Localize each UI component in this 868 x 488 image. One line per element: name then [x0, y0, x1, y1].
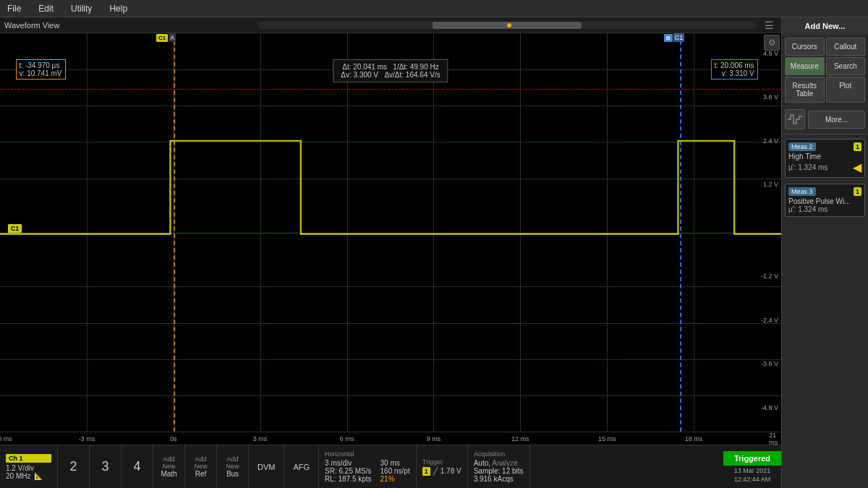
callout-button[interactable]: Callout: [826, 38, 866, 56]
h-pct: 21%: [380, 475, 410, 483]
dvm-button[interactable]: DVM: [249, 445, 284, 488]
rl-label: RL: 187.5 kpts: [325, 475, 371, 483]
add-math-button[interactable]: Add New Math: [153, 445, 185, 488]
total-time: 30 ms: [380, 459, 410, 467]
meas-2-box: Meas 2 1 High Time µ': 1.324 ms ◀: [785, 139, 865, 178]
time-div: 3 ms/div: [325, 459, 371, 467]
acquisition-title: Acquisition: [474, 450, 524, 458]
scroll-position-marker: [507, 23, 511, 27]
add-math-bot: Math: [161, 470, 176, 478]
waveform-title: Waveform View: [4, 21, 253, 30]
meas-2-header: Meas 2 1: [788, 142, 861, 151]
add-math-top: Add: [163, 455, 174, 463]
waveform-menu-icon[interactable]: ☰: [762, 20, 777, 31]
x-label-9: 21 ms: [769, 432, 778, 446]
trigger-section: Trigger 1 ╱ 1.78 V: [417, 445, 468, 488]
menu-help[interactable]: Help: [105, 2, 132, 15]
meas-3-box: Meas 3 1 Positive Pulse Wi... µ': 1.324 …: [785, 184, 865, 217]
ch1-mhz: 20 MHz 📐: [6, 472, 51, 480]
acq-mode: Auto, Analyze: [474, 459, 524, 467]
trigger-voltage: 1.78 V: [441, 467, 461, 475]
canvas-options-icon[interactable]: ⚙: [764, 35, 780, 51]
x-label-4: 6 ms: [340, 435, 354, 442]
meas-2-type: High Time: [788, 153, 861, 160]
waveform-icon-button[interactable]: [785, 109, 805, 129]
meas-3-label: Meas 3: [788, 187, 816, 196]
add-bus-mid: New: [226, 463, 239, 470]
trigger-ch-badge: 1: [422, 467, 430, 476]
x-label-8: 18 ms: [685, 435, 703, 442]
add-math-mid: New: [162, 463, 175, 470]
meas-3-type: Positive Pulse Wi...: [788, 197, 861, 205]
menu-file[interactable]: File: [3, 2, 25, 15]
right-panel: Add New... Cursors Callout Measure Searc…: [781, 17, 868, 488]
triggered-button[interactable]: Triggered: [723, 451, 781, 466]
x-label-3: 3 ms: [253, 435, 268, 442]
meas-3-value: µ': 1.324 ms: [788, 205, 861, 213]
ch1-vdiv: 1.2 V/div: [6, 464, 51, 472]
meas-3-header: Meas 3 1: [788, 187, 861, 196]
add-ref-mid: New: [194, 463, 207, 470]
x-axis: -6 ms -3 ms 0s 3 ms 6 ms 9 ms 12 ms 15 m…: [0, 432, 781, 445]
status-bar: Ch 1 1.2 V/div 20 MHz 📐 2 3 4 Add New Ma…: [0, 445, 781, 488]
menu-utility[interactable]: Utility: [67, 2, 96, 15]
more-button[interactable]: More...: [808, 111, 865, 129]
search-button[interactable]: Search: [826, 57, 866, 75]
trigger-slope-icon: ╱: [433, 467, 438, 475]
plot-button[interactable]: Plot: [826, 77, 866, 103]
cursors-button[interactable]: Cursors: [785, 38, 825, 56]
acq-sample: Sample: 12 bits: [474, 467, 524, 475]
trigger-title: Trigger: [422, 458, 461, 466]
triggered-time: 12:42:44 AM: [723, 476, 781, 483]
x-label-5: 9 ms: [427, 435, 441, 442]
right-panel-title: Add New...: [782, 17, 868, 35]
add-bus-bot: Bus: [226, 470, 239, 478]
rl-pt: 160 ns/pt: [380, 467, 410, 475]
add-ref-top: Add: [195, 455, 206, 463]
measure-button[interactable]: Measure: [785, 57, 825, 75]
horizontal-section: Horizontal 3 ms/div SR: 6.25 MS/s RL: 18…: [319, 445, 417, 488]
afg-button[interactable]: AFG: [284, 445, 319, 488]
triggered-section: Triggered 13 Mar 2021 12:42:44 AM: [723, 445, 781, 488]
add-ref-button[interactable]: Add New Ref: [185, 445, 217, 488]
ch2-button[interactable]: 2: [58, 445, 90, 488]
meas-2-label: Meas 2: [788, 142, 816, 151]
add-bus-top: Add: [226, 455, 238, 463]
add-bus-button[interactable]: Add New Bus: [217, 445, 249, 488]
add-ref-bot: Ref: [195, 470, 207, 478]
ch1-status: Ch 1 1.2 V/div 20 MHz 📐: [0, 445, 58, 488]
menu-bar: File Edit Utility Help: [0, 0, 868, 17]
delta-info: Δt: 20.041 ms 1/Δt: 49.90 Hz Δv: 3.300 V…: [333, 59, 448, 82]
meas-2-ch-badge: 1: [854, 142, 861, 151]
waveform-svg: [0, 33, 781, 432]
triggered-date: 13 Mar 2021: [723, 466, 781, 476]
acquisition-section: Acquisition Auto, Analyze Sample: 12 bit…: [468, 445, 530, 488]
right-panel-buttons: Cursors Callout Measure Search Results T…: [782, 35, 868, 106]
sr-label: SR: 6.25 MS/s: [325, 467, 371, 475]
horizontal-title: Horizontal: [325, 450, 410, 458]
x-label-1: -3 ms: [79, 435, 95, 442]
x-label-7: 15 ms: [598, 435, 616, 442]
x-label-0: -6 ms: [0, 435, 12, 442]
waveform-canvas[interactable]: C1 A B C1 t: -34.970 µs v: 10.741 mV t: …: [0, 33, 781, 432]
waveform-container: Waveform View ☰: [0, 17, 781, 488]
acq-count: 3.916 kAcqs: [474, 475, 524, 483]
meas-2-arrow: ◀: [853, 160, 861, 174]
meas-2-value: µ': 1.324 ms: [788, 163, 827, 171]
x-label-2: 0s: [170, 435, 177, 442]
main-layout: Waveform View ☰: [0, 17, 868, 488]
menu-edit[interactable]: Edit: [34, 2, 58, 15]
x-label-6: 12 ms: [511, 435, 529, 442]
ch4-button[interactable]: 4: [122, 445, 153, 488]
results-table-button[interactable]: Results Table: [785, 77, 825, 103]
ch1-status-label: Ch 1: [6, 454, 51, 463]
meas-3-ch-badge: 1: [854, 187, 861, 196]
ch3-button[interactable]: 3: [90, 445, 122, 488]
